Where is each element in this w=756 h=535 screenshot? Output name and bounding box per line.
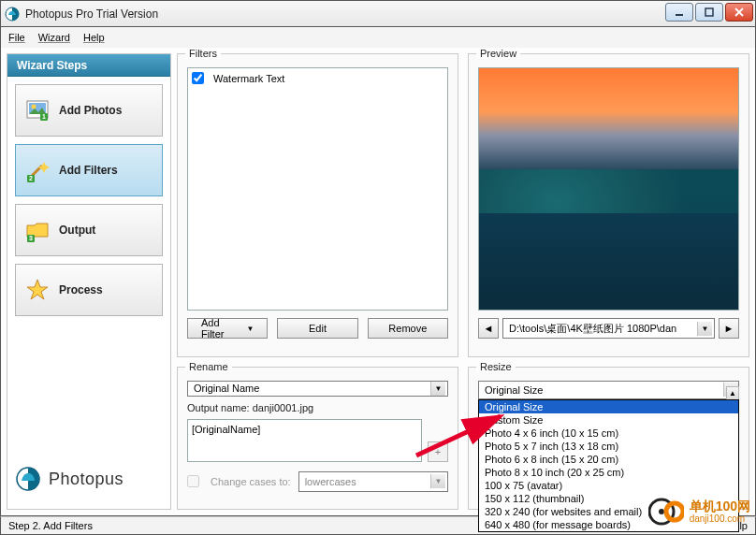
resize-option[interactable]: Custom Size	[479, 413, 738, 427]
preview-group: Preview ◄ D:\tools\桌面\4K壁纸图片 1080P\dan ▼…	[468, 53, 749, 357]
rename-scheme-value: Original Name	[194, 383, 259, 394]
remove-filter-button[interactable]: Remove	[368, 318, 448, 339]
resize-combo[interactable]: Original Size ▼	[478, 381, 739, 399]
main-body: Wizard Steps 1 Add Photos 2 Add Filters	[0, 48, 756, 516]
change-cases-checkbox	[187, 475, 199, 487]
site-watermark: 单机100网 danji100.com	[648, 494, 750, 529]
site-url: danji100.com	[690, 513, 750, 524]
brand-text: Photopus	[49, 470, 124, 489]
edit-filter-button[interactable]: Edit	[277, 318, 357, 339]
resize-option[interactable]: 100 x 75 (avatar)	[479, 479, 738, 492]
resize-option[interactable]: Original Size	[479, 400, 738, 413]
resize-option[interactable]: Photo 5 x 7 inch (13 x 18 cm)	[479, 440, 738, 453]
content-area: Filters Watermark Text Add Filter Edit R…	[177, 53, 749, 510]
add-token-button[interactable]: +	[428, 441, 448, 462]
title-bar: Photopus Pro Trial Version	[0, 0, 756, 27]
svg-point-14	[659, 509, 664, 514]
rename-group: Rename Original Name ▼ Output name: danj…	[177, 367, 458, 511]
change-cases-label: Change cases to:	[211, 476, 291, 487]
preview-label: Preview	[476, 48, 520, 59]
preview-prev-button[interactable]: ◄	[478, 318, 499, 339]
filters-group: Filters Watermark Text Add Filter Edit R…	[177, 53, 458, 357]
maximize-button[interactable]	[695, 3, 723, 22]
svg-rect-1	[676, 14, 683, 16]
add-filter-button[interactable]: Add Filter	[187, 318, 268, 339]
step-label: Process	[59, 283, 103, 296]
chevron-down-icon: ▼	[430, 474, 445, 488]
photo-icon: 1	[25, 98, 50, 123]
brand: Photopus	[7, 456, 170, 501]
step-add-filters[interactable]: 2 Add Filters	[15, 144, 163, 196]
step-output[interactable]: 3 Output	[15, 204, 163, 256]
resize-option[interactable]: Photo 4 x 6 inch (10 x 15 cm)	[479, 427, 738, 440]
step-label: Add Photos	[59, 104, 122, 117]
resize-option[interactable]: Photo 8 x 10 inch (20 x 25 cm)	[479, 466, 738, 479]
filters-list[interactable]: Watermark Text	[187, 67, 448, 311]
folder-icon: 3	[25, 218, 50, 242]
step-add-photos[interactable]: 1 Add Photos	[15, 84, 163, 137]
brand-icon	[15, 466, 41, 492]
site-logo-icon	[648, 494, 684, 529]
step-label: Output	[59, 224, 95, 237]
menu-file[interactable]: File	[8, 32, 25, 43]
chevron-down-icon[interactable]: ▼	[430, 382, 445, 396]
filter-checkbox[interactable]	[192, 72, 204, 84]
status-step: Step 2. Add Filters	[8, 520, 93, 531]
site-brand: 单机100网	[690, 499, 750, 513]
svg-point-5	[32, 105, 36, 109]
menu-help[interactable]: Help	[83, 32, 105, 43]
preview-path: D:\tools\桌面\4K壁纸图片 1080P\dan	[509, 322, 676, 336]
scroll-up-icon[interactable]: ▲	[727, 387, 738, 400]
chevron-down-icon[interactable]: ▼	[697, 322, 712, 336]
resize-group: Resize Original Size ▼ Original Size Cus…	[468, 367, 749, 511]
star-icon	[25, 278, 50, 302]
svg-text:1: 1	[42, 113, 46, 120]
wizard-sidebar: Wizard Steps 1 Add Photos 2 Add Filters	[7, 53, 171, 510]
filters-label: Filters	[185, 48, 221, 59]
filter-name: Watermark Text	[213, 73, 284, 84]
rename-scheme-combo[interactable]: Original Name ▼	[187, 381, 448, 397]
resize-label: Resize	[476, 361, 516, 372]
wizard-header: Wizard Steps	[7, 54, 170, 77]
output-name-label: Output name: danji0001.jpg	[187, 402, 448, 413]
rename-label: Rename	[185, 361, 232, 372]
close-button[interactable]	[725, 3, 753, 22]
resize-option[interactable]: Photo 6 x 8 inch (15 x 20 cm)	[479, 453, 738, 466]
filter-item[interactable]: Watermark Text	[192, 72, 443, 84]
resize-value: Original Size	[485, 384, 543, 396]
svg-rect-2	[705, 8, 713, 16]
step-label: Add Filters	[59, 164, 118, 177]
svg-text:3: 3	[29, 235, 33, 241]
svg-text:2: 2	[29, 175, 33, 181]
preview-path-combo[interactable]: D:\tools\桌面\4K壁纸图片 1080P\dan ▼	[502, 318, 715, 339]
minimize-button[interactable]	[665, 3, 693, 22]
menu-wizard[interactable]: Wizard	[38, 32, 70, 43]
preview-next-button[interactable]: ►	[719, 318, 739, 339]
change-cases-combo: lowercases ▼	[298, 471, 448, 492]
menu-bar: File Wizard Help	[0, 27, 756, 48]
app-icon	[5, 7, 20, 22]
step-process[interactable]: Process	[15, 264, 163, 316]
rename-pattern-input[interactable]: [OriginalName]	[187, 419, 422, 462]
window-title: Photopus Pro Trial Version	[25, 7, 158, 21]
wand-icon: 2	[25, 158, 50, 182]
preview-image	[478, 67, 739, 311]
